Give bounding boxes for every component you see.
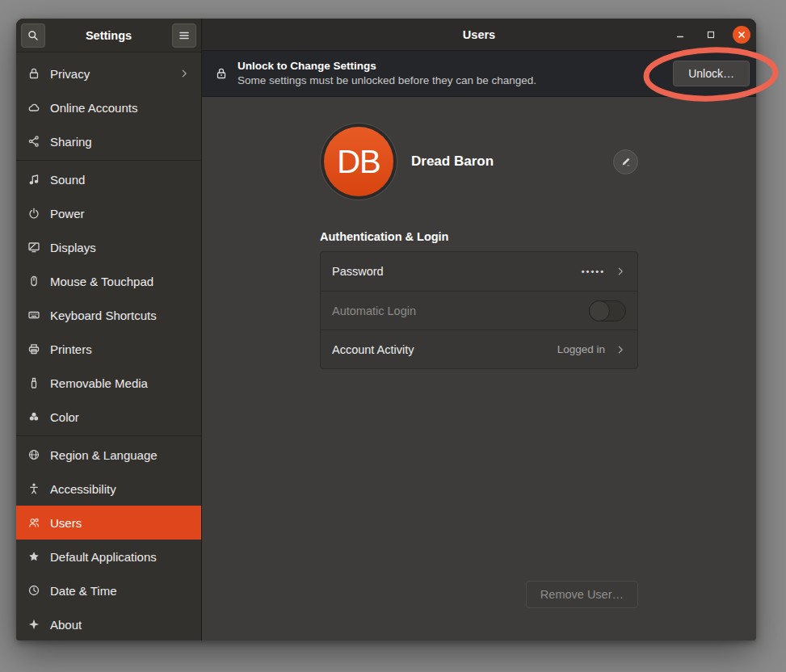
- sidebar-item-label: Default Applications: [50, 550, 157, 564]
- close-button[interactable]: [733, 26, 750, 44]
- hamburger-menu-icon: [178, 29, 191, 42]
- sidebar-item-label: Color: [50, 410, 79, 424]
- flash-drive-icon: [27, 376, 40, 389]
- sidebar-item-region-language[interactable]: Region & Language: [16, 438, 201, 472]
- sidebar-item-label: Sound: [50, 173, 85, 187]
- account-activity-value: Logged in: [557, 343, 605, 355]
- sidebar-item-label: Online Accounts: [50, 101, 137, 115]
- sidebar-item-power[interactable]: Power: [16, 196, 201, 230]
- sidebar-item-label: Power: [50, 207, 85, 220]
- chevron-right-icon: [615, 266, 626, 277]
- sidebar-item-mouse-touchpad[interactable]: Mouse & Touchpad: [16, 264, 201, 298]
- sidebar-nav: Privacy Online Accounts: [16, 52, 201, 640]
- sidebar-item-label: About: [50, 618, 82, 632]
- menu-button[interactable]: [172, 23, 196, 48]
- sidebar-item-sound[interactable]: Sound: [16, 162, 201, 196]
- star-icon: [27, 550, 40, 563]
- sidebar-item-removable-media[interactable]: Removable Media: [16, 366, 201, 400]
- close-icon: [737, 30, 746, 40]
- sidebar-item-privacy[interactable]: Privacy: [16, 57, 201, 90]
- share-icon: [27, 135, 40, 148]
- sidebar-separator: [16, 160, 201, 161]
- keyboard-icon: [27, 309, 40, 321]
- users-content: DB Dread Baron Authentication & Login: [202, 97, 756, 640]
- remove-user-button[interactable]: Remove User…: [526, 581, 638, 608]
- sidebar-item-displays[interactable]: Displays: [16, 230, 201, 264]
- sidebar-item-accessibility[interactable]: Accessibility: [16, 472, 201, 506]
- minimize-button[interactable]: [671, 26, 689, 44]
- row-label: Account Activity: [332, 343, 414, 356]
- main-panel: Users: [202, 19, 756, 640]
- color-circles-icon: [27, 410, 40, 423]
- titlebar: Users: [202, 19, 756, 51]
- sidebar-item-label: Accessibility: [50, 482, 116, 496]
- sidebar-title: Settings: [45, 29, 172, 42]
- chevron-right-icon: [179, 68, 190, 79]
- power-icon: [27, 207, 40, 220]
- sparkle-icon: [27, 618, 40, 631]
- sidebar-item-label: Region & Language: [50, 448, 158, 462]
- chevron-right-icon: [615, 344, 626, 355]
- sidebar-item-users[interactable]: Users: [16, 506, 201, 540]
- automatic-login-toggle[interactable]: [589, 300, 626, 321]
- user-row: DB Dread Baron: [320, 127, 638, 196]
- sidebar-item-date-time[interactable]: Date & Time: [16, 573, 201, 607]
- sidebar-item-label: Removable Media: [50, 376, 148, 390]
- maximize-button[interactable]: [702, 26, 720, 44]
- sidebar-item-label: Displays: [50, 241, 96, 254]
- sidebar-item-label: Mouse & Touchpad: [50, 275, 153, 288]
- sidebar-item-label: Privacy: [50, 67, 90, 81]
- unlock-button[interactable]: Unlock…: [673, 61, 750, 86]
- maximize-icon: [706, 30, 716, 40]
- password-row[interactable]: Password •••••: [321, 252, 637, 291]
- mouse-icon: [27, 275, 40, 288]
- sidebar-item-about[interactable]: About: [16, 607, 201, 640]
- pencil-icon: [620, 156, 632, 167]
- display-icon: [27, 241, 40, 254]
- accessibility-person-icon: [27, 482, 40, 495]
- edit-name-button[interactable]: [613, 149, 638, 174]
- search-icon: [27, 29, 40, 42]
- clock-icon: [27, 584, 40, 597]
- settings-window: Settings Privacy: [16, 19, 756, 640]
- sidebar: Settings Privacy: [16, 19, 202, 640]
- sidebar-item-online-accounts[interactable]: Online Accounts: [16, 90, 201, 124]
- cloud-icon: [27, 101, 40, 114]
- toggle-knob: [589, 300, 610, 321]
- banner-title: Unlock to Change Settings: [237, 59, 536, 74]
- lock-icon: [27, 67, 40, 80]
- lock-icon: [215, 67, 228, 80]
- avatar[interactable]: DB: [324, 127, 393, 196]
- sidebar-item-label: Keyboard Shortcuts: [50, 309, 157, 322]
- sidebar-item-keyboard-shortcuts[interactable]: Keyboard Shortcuts: [16, 298, 201, 332]
- unlock-banner: Unlock to Change Settings Some settings …: [202, 51, 756, 97]
- sidebar-item-label: Users: [50, 516, 82, 530]
- sidebar-item-printers[interactable]: Printers: [16, 332, 201, 366]
- globe-icon: [27, 448, 40, 461]
- auth-login-card: Password ••••• Autom: [320, 251, 638, 369]
- section-title: Authentication & Login: [320, 230, 638, 243]
- banner-text: Unlock to Change Settings Some settings …: [237, 59, 536, 88]
- sidebar-item-sharing[interactable]: Sharing: [16, 124, 201, 158]
- sidebar-item-label: Date & Time: [50, 584, 117, 598]
- sidebar-item-label: Sharing: [50, 135, 92, 149]
- sidebar-item-default-applications[interactable]: Default Applications: [16, 540, 201, 573]
- user-name: Dread Baron: [411, 153, 494, 170]
- sidebar-header: Settings: [16, 19, 201, 52]
- auth-login-section: Authentication & Login Password •••••: [320, 230, 638, 369]
- account-activity-row[interactable]: Account Activity Logged in: [321, 330, 637, 368]
- row-label: Automatic Login: [332, 304, 416, 317]
- search-button[interactable]: [21, 23, 45, 48]
- banner-subtitle: Some settings must be unlocked before th…: [237, 74, 536, 88]
- sidebar-item-label: Printers: [50, 342, 92, 356]
- automatic-login-row: Automatic Login: [321, 291, 637, 330]
- music-note-icon: [27, 173, 40, 186]
- sidebar-separator: [16, 435, 201, 436]
- window-controls: [671, 26, 756, 44]
- password-dots: •••••: [582, 267, 605, 276]
- users-icon: [27, 516, 40, 529]
- printer-icon: [27, 342, 40, 355]
- row-label: Password: [332, 265, 384, 278]
- sidebar-item-color[interactable]: Color: [16, 400, 201, 434]
- minimize-icon: [675, 30, 685, 40]
